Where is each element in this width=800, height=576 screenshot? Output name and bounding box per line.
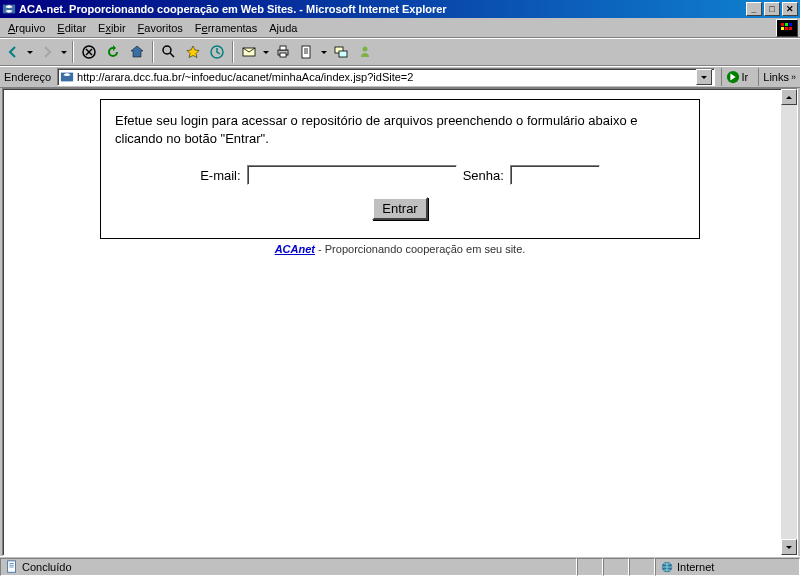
status-panel-2 <box>577 558 603 576</box>
menu-arquivo[interactable]: Arquivo <box>2 20 51 36</box>
scrollbar[interactable] <box>781 89 797 555</box>
scroll-down-button[interactable] <box>781 539 797 555</box>
address-input[interactable] <box>77 71 692 83</box>
login-intro: Efetue seu login para acessar o repositó… <box>115 112 685 147</box>
svg-rect-8 <box>302 46 310 58</box>
chevron-right-icon: » <box>791 72 796 82</box>
forward-button[interactable] <box>36 41 58 63</box>
status-text: Concluído <box>22 561 72 573</box>
globe-icon <box>660 560 674 574</box>
titlebar: ACA-net. Proporcionando cooperação em We… <box>0 0 800 18</box>
print-button[interactable] <box>272 41 294 63</box>
maximize-button[interactable]: □ <box>764 2 780 16</box>
status-panel-4 <box>629 558 655 576</box>
status-panel-3 <box>603 558 629 576</box>
separator <box>152 41 154 63</box>
address-field[interactable] <box>57 68 714 86</box>
menubar: Arquivo Editar Exibir Favoritos Ferramen… <box>0 18 800 38</box>
minimize-button[interactable]: _ <box>746 2 762 16</box>
email-field[interactable] <box>247 165 457 185</box>
status-zone-text: Internet <box>677 561 714 573</box>
address-bar: Endereço Ir Links » <box>0 66 800 88</box>
svg-rect-10 <box>339 51 347 57</box>
status-zone: Internet <box>655 558 800 576</box>
status-main: Concluído <box>0 558 577 576</box>
menu-editar[interactable]: Editar <box>51 20 92 36</box>
separator <box>232 41 234 63</box>
edit-dropdown[interactable] <box>320 41 328 63</box>
close-button[interactable]: ✕ <box>782 2 798 16</box>
footer-line: ACAnet - Proporcionando cooperação em se… <box>275 243 526 255</box>
svg-rect-7 <box>280 53 286 57</box>
separator <box>72 41 74 63</box>
go-button[interactable]: Ir <box>721 68 753 86</box>
address-dropdown[interactable] <box>696 69 712 85</box>
favorites-button[interactable] <box>182 41 204 63</box>
svg-point-11 <box>363 47 368 52</box>
edit-button[interactable] <box>296 41 318 63</box>
menu-ferramentas[interactable]: Ferramentas <box>189 20 263 36</box>
menu-ajuda[interactable]: Ajuda <box>263 20 303 36</box>
messenger-button[interactable] <box>354 41 376 63</box>
window-title: ACA-net. Proporcionando cooperação em We… <box>19 3 744 15</box>
forward-dropdown[interactable] <box>60 41 68 63</box>
mail-dropdown[interactable] <box>262 41 270 63</box>
senha-label: Senha: <box>463 168 504 183</box>
entrar-button[interactable]: Entrar <box>372 197 427 220</box>
links-button[interactable]: Links » <box>758 68 798 86</box>
svg-rect-6 <box>280 46 286 50</box>
svg-point-2 <box>163 46 171 54</box>
back-dropdown[interactable] <box>26 41 34 63</box>
menu-favoritos[interactable]: Favoritos <box>132 20 189 36</box>
page-icon <box>60 70 74 84</box>
refresh-button[interactable] <box>102 41 124 63</box>
svg-rect-13 <box>8 560 16 571</box>
history-button[interactable] <box>206 41 228 63</box>
toolbar <box>0 38 800 66</box>
home-button[interactable] <box>126 41 148 63</box>
address-label: Endereço <box>2 71 53 83</box>
search-button[interactable] <box>158 41 180 63</box>
senha-field[interactable] <box>510 165 600 185</box>
menu-exibir[interactable]: Exibir <box>92 20 132 36</box>
scroll-up-button[interactable] <box>781 89 797 105</box>
stop-button[interactable] <box>78 41 100 63</box>
email-label: E-mail: <box>200 168 240 183</box>
statusbar: Concluído Internet <box>0 556 800 576</box>
document-icon <box>5 560 19 574</box>
login-box: Efetue seu login para acessar o repositó… <box>100 99 700 239</box>
back-button[interactable] <box>2 41 24 63</box>
mail-button[interactable] <box>238 41 260 63</box>
content-area: Efetue seu login para acessar o repositó… <box>2 88 798 556</box>
footer-brand-link[interactable]: ACAnet <box>275 243 315 255</box>
app-icon <box>2 2 16 16</box>
footer-tagline: - Proporcionando cooperação em seu site. <box>315 243 525 255</box>
discuss-button[interactable] <box>330 41 352 63</box>
ie-logo-icon <box>776 19 798 37</box>
